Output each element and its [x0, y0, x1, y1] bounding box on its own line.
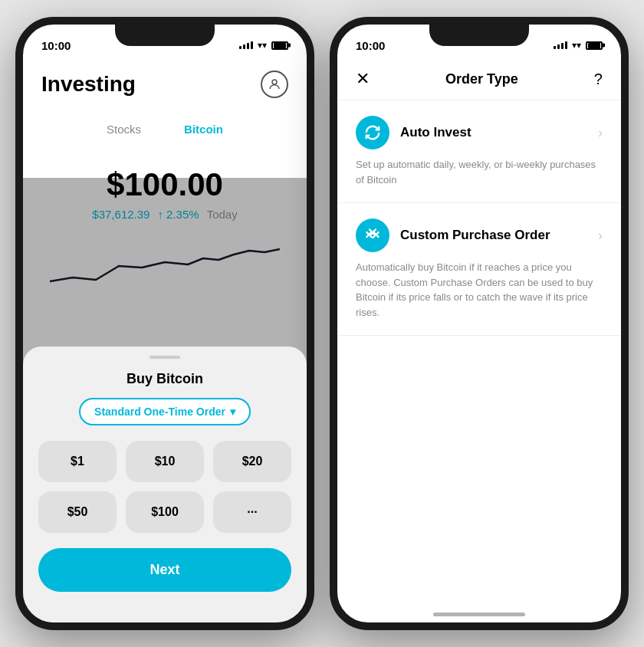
sheet-handle: [150, 356, 180, 359]
investing-header: Investing: [23, 58, 307, 107]
auto-invest-name: Auto Invest: [400, 125, 472, 140]
wifi-icon: ▾▾: [258, 40, 267, 51]
help-button[interactable]: ?: [594, 71, 603, 88]
order-type-header: ✕ Order Type ?: [337, 58, 621, 100]
order-type-arrow-icon: ▾: [230, 406, 235, 418]
tab-bitcoin[interactable]: Bitcoin: [163, 117, 245, 142]
custom-order-icon: [356, 218, 389, 252]
sheet-title: Buy Bitcoin: [38, 371, 291, 387]
svg-point-1: [370, 233, 375, 238]
signal-icon-right: [554, 41, 567, 49]
notch-right: [429, 25, 529, 46]
auto-invest-option[interactable]: Auto Invest › Set up automatic daily, we…: [337, 100, 621, 203]
amount-more[interactable]: ···: [213, 491, 291, 533]
status-icons-right: ▾▾: [554, 40, 603, 51]
battery-icon-right: [586, 41, 603, 50]
profile-icon[interactable]: [261, 71, 288, 98]
auto-invest-row: Auto Invest ›: [356, 116, 603, 149]
status-time-right: 10:00: [356, 39, 385, 52]
custom-order-chevron-icon: ›: [598, 228, 603, 244]
bottom-sheet: Buy Bitcoin Standard One-Time Order ▾ $1…: [23, 346, 307, 622]
battery-icon: [271, 41, 288, 50]
amount-1[interactable]: $1: [38, 441, 117, 482]
tabs-row: Stocks Bitcoin: [23, 107, 307, 151]
tab-stocks[interactable]: Stocks: [85, 117, 163, 142]
custom-order-name: Custom Purchase Order: [400, 228, 550, 243]
auto-invest-chevron-icon: ›: [598, 125, 603, 141]
order-type-label: Standard One-Time Order: [94, 406, 225, 418]
home-indicator-right: [433, 613, 525, 616]
left-screen-content: Investing Stocks Bitcoin $100.00 $37,612…: [23, 58, 307, 293]
amount-10[interactable]: $10: [126, 441, 204, 482]
custom-order-left: Custom Purchase Order: [356, 218, 550, 252]
right-screen-content: ✕ Order Type ? Auto Invest: [337, 58, 621, 336]
amount-grid: $1 $10 $20 $50 $100 ···: [38, 441, 291, 533]
auto-invest-left: Auto Invest: [356, 116, 472, 149]
right-phone: 10:00 ▾▾ ✕ Order Type ?: [330, 17, 629, 630]
order-type-button[interactable]: Standard One-Time Order ▾: [79, 398, 251, 425]
amount-20[interactable]: $20: [213, 441, 291, 482]
auto-invest-icon: [356, 116, 389, 149]
header-title: Order Type: [445, 71, 518, 87]
auto-invest-description: Set up automatic daily, weekly, or bi-we…: [356, 157, 603, 187]
signal-icon: [239, 41, 253, 49]
left-phone: 10:00 ▾▾ Investing: [15, 17, 314, 630]
status-time-left: 10:00: [41, 39, 71, 52]
amount-50[interactable]: $50: [38, 491, 117, 533]
wifi-icon-right: ▾▾: [572, 40, 581, 51]
notch: [115, 25, 215, 46]
custom-order-row: Custom Purchase Order ›: [356, 218, 603, 252]
status-icons-left: ▾▾: [239, 40, 288, 51]
custom-order-option[interactable]: Custom Purchase Order › Automatically bu…: [337, 203, 621, 336]
page-title: Investing: [41, 72, 136, 97]
amount-100[interactable]: $100: [126, 491, 204, 533]
close-button[interactable]: ✕: [356, 69, 370, 89]
custom-order-description: Automatically buy Bitcoin if it reaches …: [356, 260, 603, 320]
next-button[interactable]: Next: [38, 548, 291, 592]
svg-point-0: [272, 80, 277, 84]
